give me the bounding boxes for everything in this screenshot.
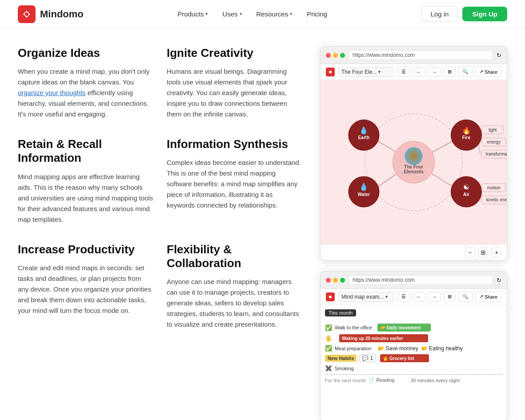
gantt-reading-note: 30 minutes every night bbox=[410, 378, 460, 383]
zoom-out-btn[interactable]: − bbox=[465, 248, 475, 257]
toolbar-forward-btn[interactable]: → bbox=[428, 67, 441, 77]
feature-desc-6: Anyone can use mind mapping: managers ca… bbox=[167, 276, 302, 330]
nav-item-pricing[interactable]: Pricing bbox=[301, 7, 333, 21]
gantt-section-line bbox=[325, 374, 502, 375]
chevron-down-icon: ▾ bbox=[240, 11, 242, 17]
toolbar-share-btn-2[interactable]: ↗ Share bbox=[475, 292, 501, 302]
gantt-bar-1: 🤛 Daily movement bbox=[377, 324, 431, 332]
browser-url-2[interactable]: https://www.mindomo.com bbox=[349, 275, 493, 285]
feature-flexibility: Flexibility & Collaboration Anyone can u… bbox=[167, 243, 302, 330]
toolbar-menu-btn-2[interactable]: ☰ bbox=[397, 292, 410, 302]
gantt-inner: This month ✅ Walk to the office 🤛 Daily … bbox=[321, 305, 507, 389]
logo[interactable]: Mindomo bbox=[18, 5, 84, 23]
toolbar-search-btn-2[interactable]: 🔍 bbox=[458, 292, 473, 302]
main-content: Organize Ideas When you create a mind ma… bbox=[0, 28, 525, 420]
signup-button[interactable]: Sign Up bbox=[462, 7, 507, 21]
toolbar-logo-1 bbox=[326, 68, 335, 76]
toolbar-menu-btn[interactable]: ☰ bbox=[397, 67, 410, 77]
dot-minimize-2[interactable] bbox=[333, 278, 338, 283]
dot-maximize[interactable] bbox=[340, 53, 345, 58]
browser-bar-1: https://www.mindomo.com ↻ bbox=[321, 47, 507, 64]
svg-text:kinetic energy: kinetic energy bbox=[486, 197, 507, 202]
toolbar-title-2[interactable]: Mind map exam... ▾ bbox=[338, 292, 394, 302]
navbar: Mindomo Products ▾ Uses ▾ Resources ▾ Pr… bbox=[0, 0, 525, 28]
svg-text:💧: 💧 bbox=[359, 182, 369, 192]
toolbar-back-btn[interactable]: ← bbox=[413, 67, 425, 77]
svg-text:Fire: Fire bbox=[462, 135, 471, 140]
warning-icon: 🖐️ bbox=[325, 335, 332, 342]
browser-dots-2 bbox=[326, 278, 345, 283]
svg-point-16 bbox=[405, 147, 422, 165]
gantt-reading-label: 📄 Reading bbox=[369, 377, 394, 383]
share-icon-2: ↗ bbox=[479, 294, 483, 300]
browser-toolbar-2: Mind map exam... ▾ ☰ ← → ⊞ 🔍 ↗ Share bbox=[321, 289, 507, 305]
nav-item-uses[interactable]: Uses ▾ bbox=[217, 7, 247, 21]
dot-close[interactable] bbox=[326, 53, 331, 58]
feature-desc-2: Humans are visual beings. Diagramming to… bbox=[167, 66, 302, 120]
browser-bar-2: https://www.mindomo.com ↻ bbox=[321, 272, 507, 289]
toolbar-back-btn-2[interactable]: ← bbox=[413, 292, 425, 302]
toolbar-insert-btn[interactable]: ⊞ bbox=[444, 67, 456, 77]
svg-point-0 bbox=[25, 12, 28, 16]
login-button[interactable]: Log in bbox=[421, 6, 458, 22]
chevron-down-icon: ▾ bbox=[290, 11, 293, 17]
svg-text:🔥: 🔥 bbox=[462, 126, 471, 135]
gantt-row-1: ✅ Walk to the office 🤛 Daily movement bbox=[325, 324, 502, 332]
svg-text:The Four: The Four bbox=[404, 164, 423, 169]
organize-thoughts-link[interactable]: organize your thoughts bbox=[18, 89, 86, 96]
browser-mockup-2: https://www.mindomo.com ↻ Mind map exam.… bbox=[320, 271, 507, 420]
svg-point-2 bbox=[329, 71, 332, 73]
feature-productivity: Increase Productivity Create and edit mi… bbox=[18, 243, 153, 330]
new-habits-tag: New Habits bbox=[325, 355, 357, 362]
chevron-down-icon: ▾ bbox=[378, 69, 381, 74]
chevron-down-icon: ▾ bbox=[205, 11, 208, 17]
toolbar-logo-2 bbox=[326, 292, 335, 301]
toolbar-title-1[interactable]: The Four Ele... ▾ bbox=[338, 67, 394, 77]
zoom-in-btn[interactable]: + bbox=[492, 248, 501, 257]
svg-text:☯: ☯ bbox=[463, 183, 469, 191]
gantt-bar-4: 🖐️ Grocery list bbox=[380, 354, 429, 362]
nav-item-products[interactable]: Products ▾ bbox=[172, 7, 213, 21]
feature-organize-ideas: Organize Ideas When you create a mind ma… bbox=[18, 46, 153, 120]
feature-title-1: Organize Ideas bbox=[18, 46, 153, 60]
comment-badge: 💬 1 bbox=[359, 354, 376, 362]
browser-bottom-1: − ⊞ + bbox=[321, 244, 507, 260]
refresh-icon-2[interactable]: ↻ bbox=[497, 277, 501, 284]
dot-minimize[interactable] bbox=[333, 53, 338, 58]
toolbar-search-btn[interactable]: 🔍 bbox=[458, 67, 473, 77]
gantt-row-5: ✖️ Smoking bbox=[325, 365, 502, 372]
feature-ignite-creativity: Ignite Creativity Humans are visual bein… bbox=[167, 46, 302, 120]
mindmap-svg: The Four Elements 💧 Earth 🔥 Fire 💧 Water bbox=[321, 80, 507, 244]
feature-retain-recall: Retain & Recall Information Mind mapping… bbox=[18, 137, 153, 224]
feature-desc-4: Complex ideas become easier to understan… bbox=[167, 157, 302, 211]
gantt-row-2: 🖐️ Waking up 20 minutes earlier bbox=[325, 334, 502, 342]
gantt-label-3: Meal preparation bbox=[335, 346, 375, 351]
browser-url-1[interactable]: https://www.mindomo.com bbox=[349, 50, 493, 60]
feature-desc-3: Mind mapping apps are effective learning… bbox=[18, 172, 153, 225]
fit-btn[interactable]: ⊞ bbox=[478, 248, 488, 257]
toolbar-share-btn-1[interactable]: ↗ Share bbox=[475, 67, 501, 77]
gantt-row-3: ✅ Meal preparation 🤛 Save monney 🤛 Eatin… bbox=[325, 345, 502, 352]
gantt-row-4: New Habits 💬 1 🖐️ Grocery list bbox=[325, 354, 502, 362]
feature-title-3: Retain & Recall Information bbox=[18, 137, 153, 165]
browser-toolbar-1: The Four Ele... ▾ ☰ ← → ⊞ 🔍 ↗ Share bbox=[321, 64, 507, 80]
feature-title-2: Ignite Creativity bbox=[167, 46, 302, 60]
svg-text:Water: Water bbox=[358, 192, 370, 197]
nav-item-resources[interactable]: Resources ▾ bbox=[251, 7, 298, 21]
savings-icon: 🤛 Save monney bbox=[377, 345, 418, 352]
logo-icon bbox=[18, 5, 36, 23]
toolbar-forward-btn-2[interactable]: → bbox=[428, 292, 441, 302]
gantt-row-6: For the next month 📄 Reading 30 minutes … bbox=[325, 377, 502, 383]
mindmap-canvas-1: The Four Elements 💧 Earth 🔥 Fire 💧 Water bbox=[321, 80, 507, 244]
health-icon: 🤛 Eating healthy bbox=[421, 345, 463, 352]
gantt-label-5: Smoking bbox=[335, 366, 375, 371]
refresh-icon[interactable]: ↻ bbox=[497, 52, 501, 59]
toolbar-actions-2: ☰ ← → ⊞ 🔍 ↗ Share bbox=[397, 292, 501, 302]
dot-maximize-2[interactable] bbox=[340, 278, 345, 283]
check-icon-1: ✅ bbox=[325, 324, 332, 331]
x-icon: ✖️ bbox=[325, 365, 332, 372]
logo-text: Mindomo bbox=[40, 8, 84, 20]
dot-close-2[interactable] bbox=[326, 278, 331, 283]
toolbar-insert-btn-2[interactable]: ⊞ bbox=[444, 292, 456, 302]
feature-desc-5: Create and edit mind maps in seconds: se… bbox=[18, 263, 153, 316]
